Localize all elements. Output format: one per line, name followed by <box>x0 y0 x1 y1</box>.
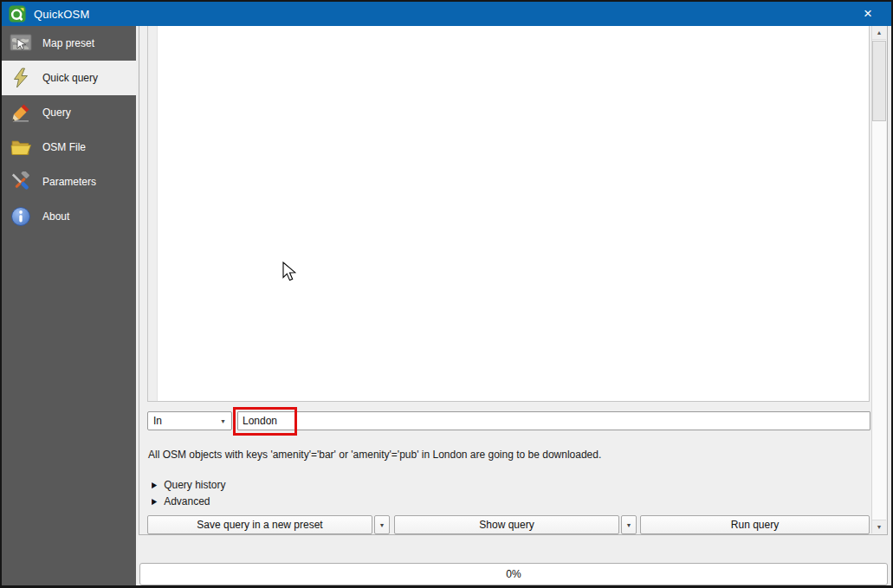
mouse-cursor <box>280 262 297 284</box>
sidebar: Map preset Quick query Query <box>2 26 136 585</box>
scroll-up-icon: ▲ <box>877 29 883 36</box>
progress-bar: 0% <box>139 563 888 585</box>
advanced-label: Advanced <box>164 495 210 507</box>
save-preset-dropdown-button[interactable]: ▼ <box>374 515 390 534</box>
sidebar-item-quick-query[interactable]: Quick query <box>2 61 136 95</box>
sidebar-item-label: Quick query <box>42 72 98 84</box>
advanced-toggle[interactable]: ▶ Advanced <box>152 494 210 508</box>
window-title: QuickOSM <box>34 8 89 21</box>
about-info-icon <box>10 205 32 228</box>
sidebar-item-label: About <box>42 210 69 223</box>
run-query-button-label: Run query <box>731 519 779 531</box>
table-vertical-header <box>148 26 158 401</box>
collapse-arrow-icon: ▶ <box>152 497 157 506</box>
quick-query-scrollarea: In ▼ All OSM objects with keys 'amenity'… <box>139 26 888 535</box>
extent-combobox[interactable]: In ▼ <box>147 411 232 430</box>
content-area: In ▼ All OSM objects with keys 'amenity'… <box>136 26 891 585</box>
title-bar[interactable]: QuickOSM × <box>2 2 891 26</box>
run-query-button[interactable]: Run query <box>640 515 870 534</box>
quickosm-dialog: QuickOSM × Map preset Quick query <box>0 0 893 588</box>
save-preset-button[interactable]: Save query in a new preset <box>147 515 372 534</box>
progress-percent: 0% <box>506 568 521 580</box>
sidebar-item-label: OSM File <box>42 141 86 153</box>
scrollbar-thumb[interactable] <box>872 41 886 121</box>
sidebar-item-osm-file[interactable]: OSM File <box>2 130 136 165</box>
close-button[interactable]: × <box>853 2 883 26</box>
extent-combobox-value: In <box>153 415 220 427</box>
scroll-up-button[interactable]: ▲ <box>872 26 886 40</box>
osm-file-folder-icon <box>10 136 32 158</box>
query-summary-text: All OSM objects with keys 'amenity'='bar… <box>148 449 867 461</box>
chevron-down-icon: ▼ <box>220 418 226 424</box>
chevron-down-icon: ▼ <box>626 522 632 528</box>
query-pencil-icon <box>10 101 32 124</box>
sidebar-item-about[interactable]: About <box>2 199 136 234</box>
sidebar-item-label: Map preset <box>42 37 94 49</box>
vertical-scrollbar[interactable]: ▲ ▼ <box>871 26 886 533</box>
quickosm-logo-icon <box>9 5 26 23</box>
save-preset-button-label: Save query in a new preset <box>197 519 322 531</box>
sidebar-item-map-preset[interactable]: Map preset <box>2 26 136 61</box>
query-history-toggle[interactable]: ▶ Query history <box>152 478 226 492</box>
show-query-button[interactable]: Show query <box>394 515 619 534</box>
query-history-label: Query history <box>164 479 225 491</box>
collapse-arrow-icon: ▶ <box>152 481 157 489</box>
chevron-down-icon: ▼ <box>379 522 385 528</box>
scroll-down-icon: ▼ <box>877 524 883 530</box>
sidebar-item-label: Query <box>42 107 71 119</box>
query-table <box>147 26 870 402</box>
place-input[interactable] <box>237 411 870 430</box>
sidebar-item-label: Parameters <box>42 176 96 188</box>
sidebar-item-query[interactable]: Query <box>2 95 136 130</box>
parameters-tools-icon <box>10 171 32 193</box>
show-query-button-label: Show query <box>479 519 534 531</box>
map-preset-icon <box>10 32 32 55</box>
sidebar-item-parameters[interactable]: Parameters <box>2 165 136 199</box>
scroll-down-button[interactable]: ▼ <box>872 520 886 533</box>
show-query-dropdown-button[interactable]: ▼ <box>621 515 637 534</box>
quick-query-icon <box>10 67 32 89</box>
